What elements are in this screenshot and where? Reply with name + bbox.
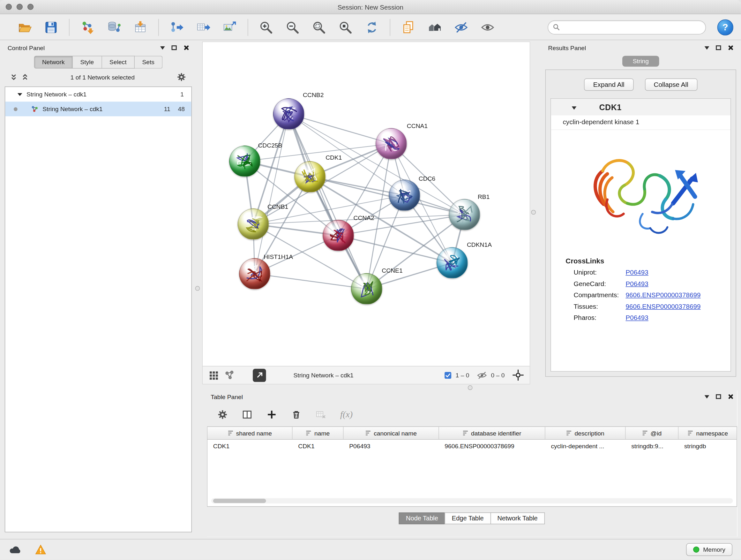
collapse-all-icon[interactable] bbox=[10, 74, 17, 80]
network-node-ccnb1[interactable] bbox=[238, 208, 269, 240]
tab-style[interactable]: Style bbox=[73, 56, 102, 69]
network-node-ccne1[interactable] bbox=[351, 273, 382, 305]
zoom-in-button[interactable] bbox=[257, 17, 275, 37]
tab-string[interactable]: String bbox=[622, 56, 659, 67]
memory-button[interactable]: Memory bbox=[686, 543, 732, 556]
import-table-icon bbox=[133, 20, 147, 34]
status-bar: Memory bbox=[0, 539, 741, 560]
network-node-ccna1[interactable] bbox=[376, 128, 407, 159]
zoom-fit-icon bbox=[312, 20, 326, 34]
import-network-database-button[interactable] bbox=[105, 17, 123, 37]
gear-icon[interactable] bbox=[177, 72, 186, 82]
close-panel-icon[interactable] bbox=[728, 45, 733, 51]
disclosure-triangle-icon[interactable] bbox=[17, 93, 22, 96]
float-panel-icon[interactable] bbox=[172, 45, 177, 50]
help-button[interactable]: ? bbox=[718, 19, 733, 35]
delete-column-icon[interactable] bbox=[291, 409, 301, 420]
show-columns-icon[interactable] bbox=[242, 409, 253, 420]
collapse-all-button[interactable]: Collapse All bbox=[645, 78, 697, 91]
panel-menu-icon[interactable] bbox=[704, 395, 710, 398]
import-table-button[interactable] bbox=[131, 17, 150, 37]
column-header-database-identifier[interactable]: database identifier bbox=[439, 427, 545, 439]
tab-node-table[interactable]: Node Table bbox=[399, 512, 445, 524]
export-table-button[interactable] bbox=[194, 17, 212, 37]
network-canvas[interactable]: CCNB2CCNA1CDC25BCDK1CDC6RB1CCNB1CCNA2CDK… bbox=[203, 42, 530, 366]
warning-icon[interactable] bbox=[35, 545, 47, 555]
network-node-hist1h1a[interactable] bbox=[239, 258, 270, 289]
crosslink-link-uniprot[interactable]: P06493 bbox=[625, 268, 648, 276]
network-node-ccna2[interactable] bbox=[323, 220, 354, 251]
add-column-icon[interactable] bbox=[266, 409, 277, 420]
help-glyph: ? bbox=[723, 22, 728, 33]
export-image-button[interactable] bbox=[220, 17, 239, 37]
tab-network[interactable]: Network bbox=[34, 56, 73, 69]
network-node-ccnb2[interactable] bbox=[273, 98, 305, 130]
network-node-rb1[interactable] bbox=[449, 199, 480, 230]
gear-icon[interactable] bbox=[217, 409, 228, 420]
network-node-cdc25b[interactable] bbox=[229, 145, 260, 177]
float-panel-icon[interactable] bbox=[716, 45, 721, 50]
refresh-view-button[interactable] bbox=[362, 17, 381, 37]
cell-id: stringdb:9... bbox=[625, 440, 678, 452]
zoom-out-icon bbox=[285, 20, 299, 34]
birdseye-home-button[interactable] bbox=[425, 17, 444, 37]
network-row[interactable]: String Network – cdk1 11 48 bbox=[5, 102, 191, 116]
cloud-icon[interactable] bbox=[9, 544, 23, 555]
crosslink-link-genecard[interactable]: P06493 bbox=[625, 280, 648, 288]
hidden-eye-slash-icon[interactable] bbox=[477, 371, 487, 380]
new-network-from-selection-button[interactable] bbox=[167, 17, 186, 37]
network-node-cdkn1a[interactable] bbox=[436, 247, 468, 278]
hide-selected-button[interactable] bbox=[452, 17, 471, 37]
crosslink-link-tissues[interactable]: 9606.ENSP00000378699 bbox=[625, 303, 700, 310]
tab-network-table[interactable]: Network Table bbox=[490, 512, 545, 524]
birdseye-view-icon[interactable] bbox=[224, 370, 235, 381]
column-header-id[interactable]: @id bbox=[625, 427, 678, 439]
zoom-selected-button[interactable] bbox=[336, 17, 355, 37]
panel-menu-icon[interactable] bbox=[160, 46, 165, 49]
crosshair-move-icon[interactable] bbox=[512, 369, 524, 381]
zoom-fit-button[interactable] bbox=[310, 17, 328, 37]
network-node-cdc6[interactable] bbox=[389, 180, 420, 211]
crosslink-link-compartments[interactable]: 9606.ENSP00000378699 bbox=[625, 291, 700, 299]
column-header-name[interactable]: name bbox=[293, 427, 344, 439]
collapse-section-icon[interactable] bbox=[572, 106, 577, 109]
close-panel-icon[interactable] bbox=[183, 45, 189, 51]
import-network-file-button[interactable] bbox=[78, 17, 97, 37]
detach-view-button[interactable] bbox=[253, 368, 266, 381]
tab-sets[interactable]: Sets bbox=[135, 56, 162, 69]
selected-checkbox-icon[interactable] bbox=[444, 371, 452, 379]
splitter-handle[interactable] bbox=[195, 286, 200, 291]
float-panel-icon[interactable] bbox=[716, 394, 721, 399]
search-input[interactable] bbox=[562, 23, 700, 30]
crosslink-link-pharos[interactable]: P06493 bbox=[625, 314, 648, 321]
copy-button[interactable] bbox=[399, 17, 418, 37]
zoom-out-button[interactable] bbox=[283, 17, 302, 37]
grid-view-icon[interactable] bbox=[208, 370, 219, 381]
splitter-handle[interactable] bbox=[468, 385, 473, 390]
open-session-button[interactable] bbox=[15, 17, 34, 37]
network-edge[interactable] bbox=[289, 114, 367, 289]
expand-all-icon[interactable] bbox=[22, 74, 28, 80]
table-row[interactable]: CDK1 CDK1 P06493 9606.ENSP00000378699 cy… bbox=[207, 440, 737, 452]
save-session-button[interactable] bbox=[42, 17, 60, 37]
show-all-button[interactable] bbox=[478, 17, 497, 37]
tab-edge-table[interactable]: Edge Table bbox=[445, 512, 491, 524]
network-edge[interactable] bbox=[289, 114, 391, 144]
tab-select[interactable]: Select bbox=[102, 56, 134, 69]
network-collection-row[interactable]: String Network – cdk1 1 bbox=[5, 87, 191, 102]
network-edge[interactable] bbox=[255, 114, 289, 273]
scrollbar-thumb[interactable] bbox=[213, 499, 266, 503]
search-box[interactable] bbox=[548, 20, 706, 34]
panel-menu-icon[interactable] bbox=[704, 46, 710, 49]
close-panel-icon[interactable] bbox=[728, 394, 733, 399]
column-header-namespace[interactable]: namespace bbox=[678, 427, 737, 439]
splitter-handle[interactable] bbox=[531, 210, 536, 214]
column-header-canonical-name[interactable]: canonical name bbox=[343, 427, 439, 439]
floppy-disk-icon bbox=[44, 20, 58, 34]
node-label-rb1: RB1 bbox=[478, 193, 489, 200]
expand-all-button[interactable]: Expand All bbox=[584, 78, 633, 91]
network-node-cdk1[interactable] bbox=[294, 161, 326, 192]
column-header-description[interactable]: description bbox=[545, 427, 626, 439]
network-edge[interactable] bbox=[255, 273, 367, 289]
column-header-shared-name[interactable]: shared name bbox=[207, 427, 293, 439]
